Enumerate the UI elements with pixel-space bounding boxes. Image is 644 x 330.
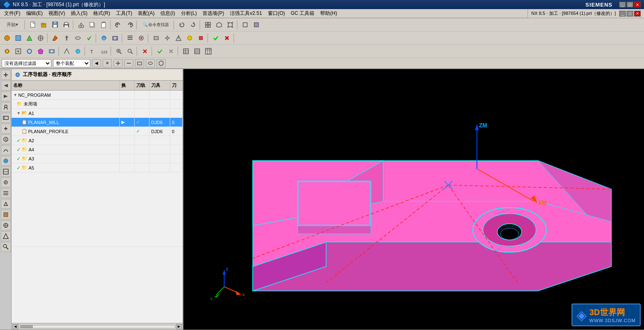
- tb3-cancel[interactable]: [166, 46, 176, 57]
- table-row[interactable]: ▼ NC_PROGRAM: [12, 91, 183, 100]
- wire-button[interactable]: [240, 19, 251, 30]
- sidebar-icon-10[interactable]: [1, 167, 11, 177]
- paste-button[interactable]: [98, 19, 109, 30]
- filter-oval-btn[interactable]: [146, 59, 155, 67]
- tb3-view1[interactable]: T: [87, 46, 98, 57]
- tb3-btn6[interactable]: [61, 46, 72, 57]
- tb3-view2[interactable]: 123: [99, 46, 109, 57]
- sidebar-icon-13[interactable]: [1, 199, 11, 209]
- more-btn5[interactable]: [195, 33, 206, 43]
- tb3-btn4[interactable]: [35, 46, 46, 57]
- extra-btn1[interactable]: [125, 33, 135, 43]
- op-btn-4[interactable]: [35, 33, 46, 43]
- fit-button[interactable]: [225, 19, 236, 30]
- secondary-minimize[interactable]: _: [619, 11, 626, 17]
- menu-item-edit[interactable]: 编辑(E): [24, 9, 45, 18]
- sidebar-icon-3[interactable]: [1, 91, 11, 101]
- table-row[interactable]: ▼ 📂 A1: [12, 109, 183, 118]
- command-finder-button[interactable]: 🔍 命令查找器: [139, 19, 172, 30]
- table-row-planar-mill[interactable]: 📋 PLANAR_MILL ▶ ✓ DJD6 0: [12, 118, 183, 127]
- viewport[interactable]: ZM XM Z X Y: [183, 69, 644, 330]
- tb3-btn7[interactable]: [72, 46, 83, 57]
- cross-btn[interactable]: [222, 33, 232, 43]
- sidebar-icon-7[interactable]: [1, 134, 11, 144]
- tb3-btn2[interactable]: [13, 46, 24, 57]
- mill-btn[interactable]: [50, 33, 61, 43]
- scroll-left-btn[interactable]: ◀: [12, 324, 18, 329]
- table-row-a3[interactable]: ✓ 📁 A3: [12, 154, 183, 163]
- print-button[interactable]: [61, 19, 72, 30]
- save-button[interactable]: [50, 19, 60, 30]
- sidebar-icon-2[interactable]: [1, 81, 11, 91]
- menu-item-prefs[interactable]: 首选项(P): [200, 9, 227, 18]
- tb3-zoom[interactable]: [113, 46, 124, 57]
- tb3-table[interactable]: [181, 46, 191, 57]
- menu-item-jieqiang[interactable]: 洁强工具v2.51: [227, 9, 264, 18]
- view3d-button[interactable]: [214, 19, 224, 30]
- secondary-maximize[interactable]: □: [627, 11, 633, 17]
- menu-item-analysis[interactable]: 分析(L): [178, 9, 200, 18]
- sidebar-icon-17[interactable]: [1, 242, 11, 252]
- check-btn[interactable]: [210, 33, 221, 43]
- rotate-button[interactable]: [188, 19, 198, 30]
- table-row-a4[interactable]: ✓ 📁 A4: [12, 145, 183, 154]
- cut-button[interactable]: [76, 19, 87, 30]
- scroll-right-btn[interactable]: ▶: [176, 324, 182, 329]
- undo-button[interactable]: [113, 19, 124, 30]
- menu-item-assembly[interactable]: 装配(A): [135, 9, 157, 18]
- sidebar-icon-16[interactable]: [1, 231, 11, 241]
- filter-add-btn[interactable]: [113, 59, 123, 67]
- tb3-table3[interactable]: [203, 46, 214, 57]
- copy-button[interactable]: [87, 19, 98, 30]
- refresh-button[interactable]: [176, 19, 187, 30]
- sidebar-icon-4[interactable]: [1, 102, 11, 112]
- filter-apply-btn[interactable]: ◀: [92, 59, 101, 67]
- shade-button[interactable]: [251, 19, 262, 30]
- start-button[interactable]: 开始▾: [2, 19, 23, 30]
- grid-button[interactable]: [203, 19, 213, 30]
- table-row-planar-profile[interactable]: 📋 PLANAR_PROFILE ✓ DJD6 0: [12, 127, 183, 136]
- sidebar-icon-14[interactable]: [1, 210, 11, 220]
- assembly-select[interactable]: 整个装配: [53, 59, 90, 67]
- table-row[interactable]: 📁 未用项: [12, 100, 183, 109]
- tb3-table2[interactable]: [192, 46, 203, 57]
- menu-item-help[interactable]: 帮助(H): [318, 9, 340, 18]
- op-btn-2[interactable]: [13, 33, 24, 43]
- sidebar-icon-9[interactable]: [1, 156, 11, 166]
- maximize-button[interactable]: □: [627, 2, 633, 7]
- turn-btn[interactable]: [72, 33, 83, 43]
- more-btn3[interactable]: [173, 33, 184, 43]
- gen-btn[interactable]: G: [99, 33, 109, 43]
- filter-btn2[interactable]: [124, 59, 133, 67]
- menu-item-insert[interactable]: 插入(S): [68, 9, 90, 18]
- scroll-track[interactable]: [19, 325, 175, 328]
- verify-btn[interactable]: [84, 33, 94, 43]
- table-row-a5[interactable]: ✓ 📁 A5: [12, 163, 183, 172]
- sidebar-icon-12[interactable]: [1, 188, 11, 198]
- menu-item-tools[interactable]: 工具(T): [113, 9, 135, 18]
- filter-select[interactable]: 没有选择过滤器: [2, 59, 51, 67]
- sidebar-icon-6[interactable]: [1, 124, 11, 134]
- tb3-btn3[interactable]: [24, 46, 35, 57]
- scroll-thumb[interactable]: [20, 325, 33, 328]
- more-btn2[interactable]: [162, 33, 173, 43]
- tb3-ok[interactable]: [154, 46, 165, 57]
- secondary-close[interactable]: ✕: [634, 11, 641, 17]
- extra-btn2[interactable]: [136, 33, 147, 43]
- nav-scrollbar[interactable]: ◀ ▶: [12, 323, 183, 330]
- minimize-button[interactable]: _: [619, 2, 626, 7]
- tb3-btn1[interactable]: [2, 46, 12, 57]
- menu-item-info[interactable]: 信息(I): [158, 9, 177, 18]
- op-btn-1[interactable]: [2, 33, 12, 43]
- more-btn4[interactable]: [184, 33, 195, 43]
- menu-item-view[interactable]: 视图(V): [46, 9, 68, 18]
- menu-item-format[interactable]: 格式(R): [91, 9, 113, 18]
- menu-item-gc[interactable]: GC 工具箱: [288, 9, 317, 18]
- drill-btn[interactable]: [61, 33, 72, 43]
- open-button[interactable]: [39, 19, 49, 30]
- tb3-x[interactable]: [140, 46, 150, 57]
- new-file-button[interactable]: [27, 19, 38, 30]
- op-btn-3[interactable]: [24, 33, 35, 43]
- sidebar-icon-15[interactable]: [1, 220, 11, 230]
- filter-shape-btn[interactable]: [135, 59, 144, 67]
